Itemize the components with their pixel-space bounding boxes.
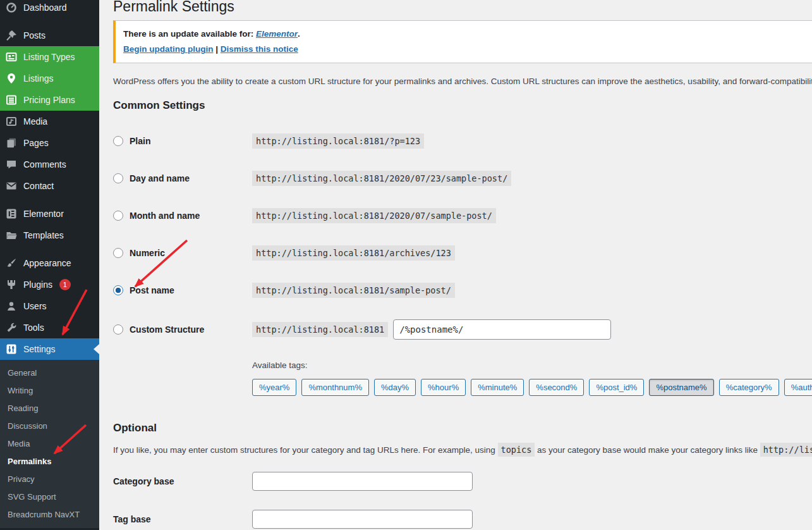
option-label: Day and name [130, 173, 190, 183]
example-url: http://listing.local:8181/sample-post/ [252, 283, 455, 298]
sidebar-item-writing[interactable]: Writing [0, 381, 99, 399]
menu-separator [0, 197, 99, 203]
intro-paragraph: WordPress offers you the ability to crea… [113, 76, 812, 87]
sidebar-item-media[interactable]: Media [0, 111, 99, 132]
sidebar-item-templates[interactable]: Templates [0, 225, 99, 246]
optional-text: as your category base would make your ca… [535, 445, 760, 455]
begin-updating-plugin-link[interactable]: Begin updating plugin [123, 44, 213, 54]
sidebar-item-reading[interactable]: Reading [0, 399, 99, 417]
radio-month-and-name[interactable] [113, 211, 123, 221]
sidebar-item-label: Tools [23, 323, 44, 333]
sidebar-item-pages[interactable]: Pages [0, 132, 99, 154]
sidebar-item-label: Pages [23, 138, 49, 148]
topics-code: topics [498, 443, 535, 457]
optional-paragraph: If you like, you may enter custom struct… [113, 445, 812, 455]
option-row-plain: Plain http://listing.local:8181/?p=123 [113, 133, 812, 149]
tag-button-hour[interactable]: %hour% [421, 379, 466, 396]
sidebar-item-label: Settings [23, 344, 56, 354]
sidebar-item-breadcrumb-navxt[interactable]: Breadcrumb NavXT [0, 505, 99, 523]
submenu-label: Breadcrumb NavXT [8, 510, 80, 519]
category-base-row: Category base [113, 472, 812, 491]
plugin-icon [5, 278, 18, 291]
sidebar-item-dashboard[interactable]: Dashboard [0, 0, 99, 18]
main-content: Permalink Settings There is an update av… [99, 0, 812, 529]
notice-line-1: There is an update available for: Elemen… [123, 28, 812, 40]
pin-icon [5, 29, 18, 42]
menu-separator [0, 18, 99, 25]
sidebar-item-listings[interactable]: Listings [0, 68, 99, 89]
category-base-input[interactable] [252, 472, 473, 491]
option-label: Plain [130, 136, 150, 146]
optional-fields: Category base Tag base [113, 472, 812, 529]
permalink-options: Plain http://listing.local:8181/?p=123 D… [113, 133, 812, 340]
radio-custom-structure[interactable] [113, 324, 123, 335]
sidebar-item-privacy[interactable]: Privacy [0, 470, 99, 488]
option-row-month-and-name: Month and name http://listing.local:8181… [113, 207, 812, 224]
submenu-label: Reading [8, 404, 38, 413]
sidebar-item-label: Comments [23, 159, 66, 169]
sidebar-item-general[interactable]: General [0, 364, 99, 381]
sidebar-item-label: Templates [23, 230, 64, 240]
sidebar-item-label: Plugins [23, 280, 52, 290]
sidebar-item-label: Appearance [23, 258, 71, 268]
radio-post-name[interactable] [113, 285, 123, 295]
sidebar-item-plugins[interactable]: Plugins 1 [0, 274, 99, 295]
settings-submenu: General Writing Reading Discussion Media… [0, 360, 99, 528]
sidebar-item-label: Listings [23, 73, 53, 83]
sidebar-item-tools[interactable]: Tools [0, 317, 99, 338]
dashboard-icon [5, 1, 18, 14]
tag-button-monthnum[interactable]: %monthnum% [301, 379, 369, 396]
sidebar-item-contact[interactable]: Contact [0, 175, 99, 197]
submenu-label: Media [8, 439, 30, 448]
tag-button-year[interactable]: %year% [252, 379, 296, 396]
radio-numeric[interactable] [113, 248, 123, 258]
sidebar-item-elementor[interactable]: Elementor [0, 203, 99, 225]
sidebar-item-label: Contact [23, 181, 54, 191]
dismiss-notice-link[interactable]: Dismiss this notice [221, 44, 298, 54]
custom-structure-input[interactable] [393, 319, 611, 340]
base-url: http://listing.local:8181 [252, 322, 388, 337]
tag-button-minute[interactable]: %minute% [471, 379, 524, 396]
envelope-icon [5, 180, 18, 192]
tag-button-second[interactable]: %second% [529, 379, 584, 396]
sidebar-item-svg-support[interactable]: SVG Support [0, 488, 99, 505]
radio-day-and-name[interactable] [113, 173, 123, 183]
optional-text: If you like, you may enter custom struct… [113, 445, 498, 455]
option-row-custom-structure: Custom Structure http://listing.local:81… [113, 319, 812, 340]
common-settings-heading: Common Settings [113, 100, 812, 111]
listing-types-icon [5, 51, 18, 63]
sidebar-item-comments[interactable]: Comments [0, 154, 99, 175]
submenu-label: Permalinks [8, 457, 51, 466]
category-base-label: Category base [113, 476, 252, 486]
tag-base-input[interactable] [252, 510, 473, 529]
sidebar-item-appearance[interactable]: Appearance [0, 252, 99, 274]
tag-button-postname[interactable]: %postname% [649, 379, 713, 396]
option-label: Post name [130, 285, 174, 295]
tag-button-day[interactable]: %day% [374, 379, 416, 396]
option-row-day-and-name: Day and name http://listing.local:8181/2… [113, 170, 812, 187]
sidebar-item-posts[interactable]: Posts [0, 25, 99, 46]
elementor-link[interactable]: Elementor [256, 29, 298, 39]
submenu-label: Writing [8, 386, 33, 395]
tag-button-post-id[interactable]: %post_id% [589, 379, 644, 396]
location-pin-icon [5, 72, 18, 85]
available-tags-buttons: %year% %monthnum% %day% %hour% %minute% … [252, 379, 812, 396]
tag-button-author[interactable]: %author% [784, 379, 812, 396]
submenu-label: Privacy [8, 474, 35, 484]
sidebar-item-permalinks[interactable]: Permalinks [0, 452, 99, 470]
sidebar-item-media-settings[interactable]: Media [0, 434, 99, 452]
sidebar-item-users[interactable]: Users [0, 295, 99, 317]
sidebar-item-settings[interactable]: Settings [0, 338, 99, 360]
tag-button-category[interactable]: %category% [719, 379, 779, 396]
example-url: http://listing.local:8181/2020/07/23/sam… [252, 171, 511, 186]
sidebar-item-pricing-plans[interactable]: Pricing Plans [0, 89, 99, 111]
sidebar-item-label: Dashboard [23, 3, 67, 13]
folder-icon [5, 229, 18, 242]
submenu-label: Discussion [8, 421, 47, 431]
example-url: http://listing.local:8181/?p=123 [252, 133, 424, 149]
sidebar-item-listing-types[interactable]: Listing Types [0, 46, 99, 68]
sidebar-item-discussion[interactable]: Discussion [0, 417, 99, 434]
sidebar-item-label: Posts [23, 30, 45, 40]
sidebar-item-label: Elementor [23, 209, 64, 219]
radio-plain[interactable] [113, 136, 123, 146]
